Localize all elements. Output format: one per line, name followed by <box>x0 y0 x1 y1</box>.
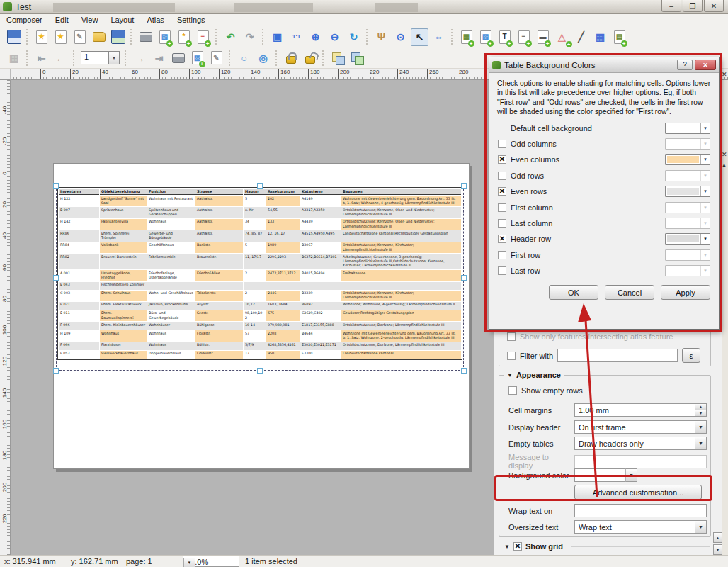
pan-button[interactable]: Ψ <box>372 28 390 46</box>
wrap-text-on-input[interactable] <box>574 504 707 517</box>
show-grid-section-header[interactable]: ▼ Show grid <box>504 542 710 551</box>
filter-with-checkbox[interactable] <box>507 352 516 360</box>
add-new-label-button[interactable]: T <box>496 28 513 46</box>
selected-table-item[interactable]: InventarnrObjektbezeichnungFunktionStras… <box>56 186 464 371</box>
export-as-pdf-button[interactable]: ≡ <box>194 28 212 46</box>
dialog-title-bar[interactable]: Table Background Colors ? ✕ <box>489 57 719 73</box>
save-project-button[interactable] <box>5 28 23 46</box>
dialog-close-button[interactable]: ✕ <box>695 60 716 70</box>
lock-selected-items-button[interactable] <box>282 49 300 67</box>
last-row-checkbox[interactable] <box>498 266 506 275</box>
add-arrow-button[interactable]: ╱ <box>572 28 590 46</box>
atlas-previous-feature-button[interactable]: ← <box>52 49 69 67</box>
even-columns-color-combo[interactable]: ▼ <box>665 154 710 165</box>
open-template-button[interactable] <box>90 28 108 46</box>
zoom-to-items-button[interactable]: ◎ <box>254 49 272 67</box>
composition-manager-button[interactable]: ✎ <box>71 28 89 46</box>
chevron-down-icon[interactable]: ▼ <box>695 520 707 534</box>
cancel-button[interactable]: Cancel <box>605 285 654 300</box>
display-header-combo[interactable]: On first frame <box>574 420 695 434</box>
spin-up-icon[interactable]: ▲ <box>695 404 706 410</box>
atlas-next-feature-button[interactable]: → <box>131 49 149 67</box>
expression-builder-button[interactable]: ε <box>682 348 700 363</box>
even-columns-checkbox[interactable] <box>498 155 506 164</box>
show-empty-rows-checkbox[interactable] <box>508 386 517 395</box>
zoom-out-button[interactable]: ⊖ <box>326 28 343 46</box>
first-column-checkbox[interactable] <box>498 203 506 212</box>
resize-handle-bottom-middle[interactable] <box>257 368 263 374</box>
menu-layout[interactable]: Layout <box>104 14 140 26</box>
chevron-down-icon[interactable]: ▼ <box>625 468 637 482</box>
odd-columns-checkbox[interactable] <box>498 140 506 148</box>
raise-selected-items-button[interactable] <box>329 49 346 67</box>
atlas-last-feature-button[interactable]: ⇥ <box>150 49 168 67</box>
resize-handle-right-middle[interactable] <box>461 275 467 281</box>
scroll-up-icon[interactable]: ▲ <box>722 162 727 167</box>
cell-margins-spinner[interactable]: ▲▼ <box>695 403 707 417</box>
background-color-swatch[interactable] <box>574 468 625 482</box>
panel-close-icon[interactable]: ✕ <box>722 151 727 158</box>
odd-rows-checkbox[interactable] <box>498 172 506 180</box>
even-rows-checkbox[interactable] <box>498 187 506 196</box>
atlas-preview-button[interactable]: ▦ <box>5 49 23 67</box>
print-atlas-button[interactable] <box>169 49 187 67</box>
redo-button[interactable]: ↷ <box>241 28 258 46</box>
align-selected-items-button[interactable] <box>348 49 365 67</box>
show-only-intersecting-checkbox[interactable] <box>507 332 516 341</box>
header-row-color-combo[interactable]: ▼ <box>665 233 710 245</box>
save-as-template-button[interactable] <box>109 28 127 46</box>
show-grid-checkbox[interactable] <box>513 542 522 551</box>
zoom-actual-size-button[interactable]: 1:1 <box>288 28 305 46</box>
resize-handle-top-middle[interactable] <box>257 183 263 189</box>
zoom-to-selection-button[interactable]: ○ <box>235 49 253 67</box>
duplicate-composition-button[interactable]: ★ <box>52 28 69 46</box>
resize-handle-top-right[interactable] <box>461 183 467 189</box>
cell-margins-input[interactable]: 1.00 mm <box>574 403 695 417</box>
atlas-page-number-input[interactable]: 1 <box>81 51 109 64</box>
ok-button[interactable]: OK <box>549 285 598 300</box>
unlock-all-items-button[interactable] <box>301 49 319 67</box>
close-button[interactable]: ✕ <box>704 0 724 12</box>
print-button[interactable] <box>137 28 154 46</box>
apply-button[interactable]: Apply <box>661 285 710 300</box>
zoom-in-button[interactable]: ⊕ <box>307 28 324 46</box>
undo-button[interactable]: ↶ <box>222 28 239 46</box>
add-new-scalebar-button[interactable]: ▬ <box>534 28 552 46</box>
menu-edit[interactable]: Edit <box>49 14 75 26</box>
panel-close-icon[interactable]: ✕ <box>722 71 727 78</box>
resize-handle-bottom-left[interactable] <box>53 368 59 374</box>
atlas-first-feature-button[interactable]: ⇤ <box>33 49 50 67</box>
select-move-item-button[interactable]: ↖ <box>411 28 428 46</box>
atlas-page-number-box[interactable]: 1▼ <box>81 51 120 64</box>
atlas-settings-button[interactable]: ✎ <box>207 49 225 67</box>
menu-atlas[interactable]: Atlas <box>140 14 170 26</box>
add-new-legend-button[interactable]: ≡ <box>515 28 533 46</box>
zoom-full-button[interactable]: ▣ <box>268 28 286 46</box>
export-as-image-button[interactable]: ▨ <box>156 28 174 46</box>
filter-with-input[interactable] <box>557 349 678 362</box>
scroll-down-button[interactable]: ▼ <box>713 544 722 555</box>
restore-button[interactable]: ❐ <box>683 0 703 12</box>
zoom-tool-button[interactable]: ⊙ <box>392 28 409 46</box>
add-new-map-button[interactable]: ▦ <box>457 28 475 46</box>
menu-view[interactable]: View <box>75 14 105 26</box>
menu-settings[interactable]: Settings <box>171 14 212 26</box>
chevron-down-icon[interactable]: ▼ <box>695 437 707 450</box>
add-html-frame-button[interactable]: ▤ <box>610 28 628 46</box>
oversized-text-combo[interactable]: Wrap text <box>574 520 695 534</box>
add-basic-shape-button[interactable]: △ <box>553 28 571 46</box>
even-rows-color-combo[interactable]: ▼ <box>665 186 710 197</box>
new-composition-button[interactable]: ★ <box>33 28 50 46</box>
default-cell-background-color-combo[interactable]: ▼ <box>665 123 710 134</box>
dialog-help-button[interactable]: ? <box>677 60 693 70</box>
minimize-button[interactable]: – <box>661 0 681 12</box>
resize-handle-left-middle[interactable] <box>53 275 59 281</box>
add-attribute-table-button[interactable]: ▦ <box>591 28 609 46</box>
spin-down-icon[interactable]: ▼ <box>695 410 706 416</box>
header-row-checkbox[interactable] <box>498 235 506 243</box>
advanced-customisation-button[interactable]: Advanced customisation... <box>574 485 702 500</box>
scroll-up-button[interactable]: ▲ <box>713 532 722 543</box>
refresh-view-button[interactable]: ↻ <box>345 28 363 46</box>
add-image-button[interactable]: ▨ <box>477 28 494 46</box>
export-atlas-button[interactable]: ▨ <box>188 49 206 67</box>
